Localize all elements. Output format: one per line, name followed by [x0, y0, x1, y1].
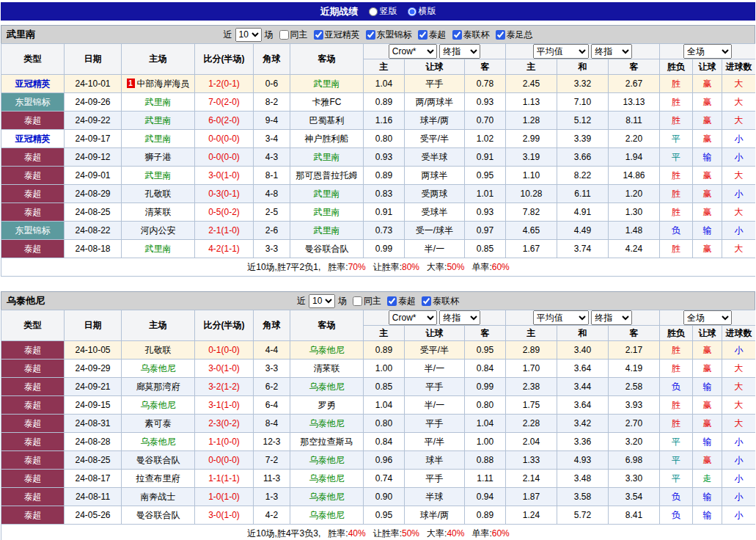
same-home-checkbox[interactable]	[353, 296, 362, 306]
away-team[interactable]: 武里南	[290, 75, 364, 93]
col-wdl: 胜负	[660, 59, 693, 75]
match-score[interactable]: 3-0(1-0)	[195, 360, 254, 378]
match-score[interactable]: 0-0(0-0)	[195, 451, 254, 470]
away-team[interactable]: 乌泰他尼	[290, 415, 364, 433]
match-score[interactable]: 1-1(1-1)	[195, 470, 254, 488]
final-odds-select-2[interactable]: 终指	[591, 44, 632, 59]
away-team[interactable]: 武里南	[290, 185, 364, 203]
scope-select[interactable]: 全场	[683, 44, 732, 59]
avg-away: 2.67	[609, 75, 660, 93]
match-score[interactable]: 0-1(0-0)	[195, 341, 254, 360]
horizontal-layout-radio[interactable]	[408, 7, 416, 16]
away-team[interactable]: 乌泰他尼	[290, 470, 364, 488]
summary-stat-label: 单率:	[471, 528, 491, 539]
final-odds-select[interactable]: 终指	[439, 310, 480, 325]
bookmaker-select[interactable]: Crow*	[389, 310, 437, 325]
match-score[interactable]: 1-2(0-1)	[195, 75, 254, 93]
league-filter-checkbox[interactable]	[452, 30, 462, 40]
match-type: 泰超	[1, 506, 65, 525]
league-filter-checkbox[interactable]	[496, 30, 505, 40]
layout-option-horizontal[interactable]: 横版	[408, 5, 436, 18]
match-score[interactable]: 2-3(0-2)	[195, 415, 254, 433]
match-score[interactable]: 6-0(2-0)	[195, 112, 254, 130]
match-score[interactable]: 0-3(0-1)	[195, 185, 254, 203]
away-team[interactable]: 乌泰他尼	[290, 378, 364, 396]
avg-draw: 3.66	[557, 148, 609, 167]
match-score[interactable]: 3-2(1-2)	[195, 378, 254, 396]
home-team[interactable]: 孔敬联	[122, 341, 195, 360]
home-team[interactable]: 乌泰他尼	[122, 433, 195, 451]
match-score[interactable]: 7-0(2-0)	[195, 93, 254, 112]
match-score[interactable]: 0-0(0-0)	[195, 130, 254, 148]
bookmaker-select[interactable]: Crow*	[389, 44, 437, 59]
away-team[interactable]: 乌泰他尼	[290, 506, 364, 525]
layout-option-vertical[interactable]: 竖版	[369, 5, 397, 18]
match-score[interactable]: 4-2(1-1)	[195, 240, 254, 258]
away-team[interactable]: 乌泰他尼	[290, 341, 364, 360]
away-team[interactable]: 巴蜀基利	[290, 112, 364, 130]
home-team[interactable]: 武里南	[122, 112, 195, 130]
home-team[interactable]: 曼谷联合队	[122, 451, 195, 470]
match-score[interactable]: 2-1(1-0)	[195, 222, 254, 240]
home-team[interactable]: 河内公安	[122, 222, 195, 240]
league-filter-checkbox[interactable]	[418, 30, 427, 40]
home-team[interactable]: 孔敬联	[122, 185, 195, 203]
col-avg-away: 客	[609, 59, 660, 75]
league-filter-checkbox[interactable]	[387, 296, 397, 306]
vertical-layout-radio[interactable]	[369, 7, 378, 16]
home-team[interactable]: 素可泰	[122, 415, 195, 433]
home-team[interactable]: 武里南	[122, 167, 195, 185]
league-filter-checkbox[interactable]	[422, 296, 431, 306]
away-team[interactable]: 神户胜利船	[290, 130, 364, 148]
home-team[interactable]: 乌泰他尼	[122, 360, 195, 378]
away-team[interactable]: 武里南	[290, 148, 364, 167]
match-date: 24-05-26	[65, 506, 122, 525]
away-team[interactable]: 那可恩普拉托姆	[290, 167, 364, 185]
away-team[interactable]: 那空拉查斯马	[290, 433, 364, 451]
away-team[interactable]: 罗勇	[290, 396, 364, 415]
match-score[interactable]: 0-5(0-2)	[195, 203, 254, 222]
match-score[interactable]: 3-1(1-0)	[195, 396, 254, 415]
avg-home: 1.13	[506, 93, 557, 112]
summary-record: 近10场,胜4平3负3,	[247, 528, 320, 539]
league-filter-checkbox[interactable]	[314, 30, 323, 40]
away-team[interactable]: 曼谷联合队	[290, 240, 364, 258]
league-filter-checkbox[interactable]	[366, 30, 375, 40]
scope-select[interactable]: 全场	[683, 310, 732, 325]
home-team[interactable]: 武里南	[122, 130, 195, 148]
same-home-checkbox[interactable]	[279, 30, 289, 40]
home-team[interactable]: 南奔战士	[122, 488, 195, 506]
average-select[interactable]: 平均值	[533, 310, 589, 325]
home-team[interactable]: 清莱联	[122, 203, 195, 222]
match-score[interactable]: 1-1(0-0)	[195, 433, 254, 451]
match-corners: 0-6	[254, 75, 290, 93]
home-team[interactable]: 武里南	[122, 240, 195, 258]
away-team[interactable]: 清莱联	[290, 360, 364, 378]
away-team[interactable]: 乌泰他尼	[290, 451, 364, 470]
away-team[interactable]: 武里南	[290, 203, 364, 222]
odds-away: 0.99	[465, 378, 506, 396]
home-team[interactable]: 乌泰他尼	[122, 396, 195, 415]
home-team[interactable]: 拉查布里府	[122, 470, 195, 488]
home-team[interactable]: 1中部海岸海员	[122, 75, 195, 93]
result-wdl: 胜	[660, 185, 693, 203]
away-team[interactable]: 武里南	[290, 222, 364, 240]
final-odds-select-2[interactable]: 终指	[591, 310, 632, 325]
home-team[interactable]: 狮子港	[122, 148, 195, 167]
final-odds-select[interactable]: 终指	[439, 44, 480, 59]
match-score[interactable]: 0-0(0-0)	[195, 148, 254, 167]
matches-count-select[interactable]: 10	[235, 28, 262, 42]
avg-away: 8.11	[609, 112, 660, 130]
match-type: 泰超	[1, 240, 65, 258]
match-score[interactable]: 3-0(1-0)	[195, 167, 254, 185]
home-team[interactable]: 廊莫那湾府	[122, 378, 195, 396]
match-score[interactable]: 1-0(1-0)	[195, 488, 254, 506]
home-team[interactable]: 曼谷联合队	[122, 506, 195, 525]
home-team[interactable]: 武里南	[122, 93, 195, 112]
average-select[interactable]: 平均值	[533, 44, 589, 59]
away-team[interactable]: 乌泰他尼	[290, 488, 364, 506]
match-corners: 4-3	[254, 148, 290, 167]
matches-count-select[interactable]: 10	[309, 294, 335, 308]
match-score[interactable]: 3-0(1-0)	[195, 506, 254, 525]
away-team[interactable]: 卡雅FC	[290, 93, 364, 112]
